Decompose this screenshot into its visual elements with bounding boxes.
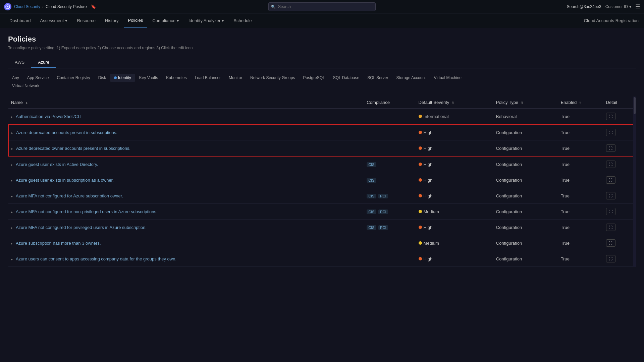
table-row[interactable]: ▸ Azure deprecated accounts present in s… [8,124,636,140]
detail-button[interactable]: ⛶ [606,161,615,168]
severity-dot [419,257,422,260]
compliance-cell: CIS PCI [364,188,416,204]
row-expander-icon[interactable]: ▸ [11,131,13,135]
filter-sql-database[interactable]: SQL Database [329,74,363,82]
detail-button[interactable]: ⛶ [606,113,615,120]
svg-point-1 [7,6,8,7]
nav-item-resource[interactable]: Resource [73,13,100,28]
nav-item-identity-analyzer[interactable]: Identity Analyzer ▾ [184,13,228,28]
col-policy-type[interactable]: Policy Type ⇅ [493,97,558,109]
col-default-severity[interactable]: Default Severity ⇅ [416,97,493,109]
policy-type-cell: Behavioral [493,109,558,125]
scrollbar-thumb[interactable] [634,97,636,114]
cloud-accounts-registration-link[interactable]: Cloud Accounts Registration [584,18,639,23]
name-sort-icon: ▲ [25,102,28,104]
filter-disk[interactable]: Disk [94,74,110,82]
nav-item-compliance[interactable]: Compliance ▾ [148,13,183,28]
filter-postgresql[interactable]: PostgreSQL [299,74,329,82]
assessment-chevron: ▾ [65,18,67,23]
bookmark-icon[interactable]: 🔖 [91,4,96,9]
table-row[interactable]: ▸ Authentication via PowerShell/CLI Info… [8,109,636,125]
filter-any[interactable]: Any [8,74,23,82]
scrollbar-track[interactable] [633,97,636,267]
detail-button[interactable]: ⛶ [606,224,615,231]
row-expander-icon[interactable]: ▸ [11,257,13,261]
row-expander-icon[interactable]: ▸ [11,194,13,198]
nav-item-assessment[interactable]: Assessment ▾ [36,13,72,28]
detail-button[interactable]: ⛶ [606,255,615,262]
policy-type-cell: Configuration [493,220,558,235]
severity-dot [419,241,422,245]
severity-cell: High [416,124,493,140]
detail-cell: ⛶ [603,204,636,220]
tab-azure[interactable]: Azure [31,57,56,68]
policy-name-cell: ▸ Azure MFA not configured for Azure sub… [8,188,364,204]
search-input[interactable] [268,2,376,11]
detail-button[interactable]: ⛶ [606,176,615,184]
filter-virtual-network[interactable]: Virtual Network [8,82,43,90]
filter-monitor[interactable]: Monitor [225,74,246,82]
policy-type-cell: Configuration [493,124,558,140]
filter-container-registry[interactable]: Container Registry [53,74,94,82]
row-expander-icon[interactable]: ▸ [11,210,13,214]
detail-button[interactable]: ⛶ [606,208,615,215]
customer-id-button[interactable]: Customer ID ▾ [605,4,631,9]
table-row[interactable]: ▸ Azure guest user exists in Active Dire… [8,156,636,172]
table-row[interactable]: ▸ Azure subscription has more than 3 own… [8,235,636,251]
compliance-cell: CIS PCI [364,204,416,220]
nav-item-dashboard[interactable]: Dashboard [5,13,35,28]
detail-button[interactable]: ⛶ [606,239,615,247]
row-expander-icon[interactable]: ▸ [11,115,13,119]
filter-network-security-groups[interactable]: Network Security Groups [246,74,299,82]
filter-identity[interactable]: Identity [110,74,135,82]
tab-aws[interactable]: AWS [8,57,31,68]
nav-item-schedule[interactable]: Schedule [229,13,256,28]
nav-item-policies[interactable]: Policies [124,13,147,28]
policy-name-cell: ▸ Azure users can consent to apps access… [8,251,364,267]
row-expander-icon[interactable]: ▸ [11,179,13,182]
filter-key-vaults[interactable]: Key Vaults [135,74,162,82]
detail-button[interactable]: ⛶ [606,129,615,136]
row-expander-icon[interactable]: ▸ [11,163,13,167]
col-name[interactable]: Name ▲ [8,97,364,109]
row-expander-icon[interactable]: ▸ [11,147,13,150]
compliance-tag-cis: CIS [367,225,376,230]
enabled-cell: True [558,188,603,204]
table-row[interactable]: ▸ Azure deprecated owner accounts presen… [8,140,636,157]
table-row[interactable]: ▸ Azure guest user exists in subscriptio… [8,172,636,188]
compliance-tag-cis: CIS [367,178,376,183]
filter-kubernetes[interactable]: Kubernetes [162,74,191,82]
detail-button[interactable]: ⛶ [606,144,615,152]
cloud-tabs: AWS Azure [8,57,636,68]
logo-icon[interactable] [4,3,11,10]
filter-app-service[interactable]: App Service [23,74,53,82]
col-enabled[interactable]: Enabled ⇅ [558,97,603,109]
compliance-cell [364,124,416,140]
table-row[interactable]: ▸ Azure MFA not configured for Azure sub… [8,188,636,204]
severity-dot [419,226,422,229]
table-header-row: Name ▲ Compliance Default Severity ⇅ Pol… [8,97,636,109]
detail-cell: ⛶ [603,235,636,251]
detail-button[interactable]: ⛶ [606,192,615,199]
policy-name-cell: ▸ Azure MFA not configured for non-privi… [8,204,364,220]
compliance-tag-cis: CIS [367,194,376,198]
row-expander-icon[interactable]: ▸ [11,226,13,230]
policy-name-cell: ▸ Azure deprecated accounts present in s… [8,124,364,140]
detail-cell: ⛶ [603,220,636,235]
table-row[interactable]: ▸ Azure users can consent to apps access… [8,251,636,267]
compliance-tag-pci: PCI [378,194,388,198]
topbar-right: Search@3ac24be3 Customer ID ▾ ☰ [567,3,640,10]
nav-item-history[interactable]: History [101,13,122,28]
messages-icon[interactable]: ☰ [635,3,640,10]
breadcrumb-root[interactable]: Cloud Security [14,4,40,9]
table-row[interactable]: ▸ Azure MFA not configured for privilege… [8,220,636,235]
filter-storage-account[interactable]: Storage Account [392,74,430,82]
filter-virtual-machine[interactable]: Virtual Machine [430,74,466,82]
identity-active-dot [114,76,117,79]
severity-cell: High [416,251,493,267]
policy-table: Name ▲ Compliance Default Severity ⇅ Pol… [8,97,636,267]
filter-load-balancer[interactable]: Load Balancer [191,74,225,82]
row-expander-icon[interactable]: ▸ [11,242,13,245]
table-row[interactable]: ▸ Azure MFA not configured for non-privi… [8,204,636,220]
filter-sql-server[interactable]: SQL Server [363,74,392,82]
